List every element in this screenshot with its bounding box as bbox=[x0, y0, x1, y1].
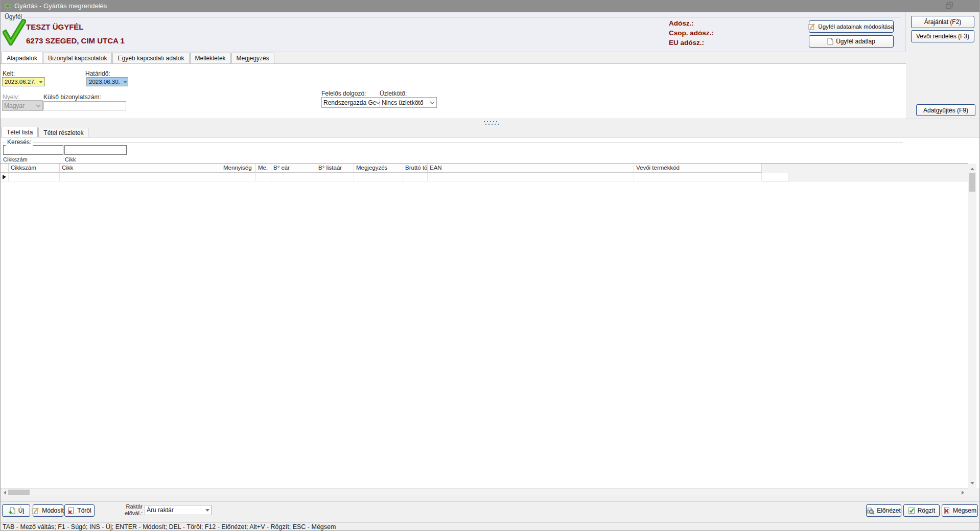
sales-agent-select[interactable]: Nincs üzletkötő bbox=[380, 97, 437, 108]
date-picker[interactable]: 2023.06.27. bbox=[2, 77, 45, 86]
grid-header-megjegyzes[interactable]: Megjegyzés bbox=[354, 164, 403, 173]
cell-brutto-tomeg bbox=[403, 173, 428, 181]
customer-panel: Ügyfél TESZT ÜGYFÉL 6273 SZEGED, CIM UTC… bbox=[1, 12, 906, 52]
right-action-strip bbox=[906, 12, 980, 119]
horizontal-splitter[interactable] bbox=[1, 119, 980, 127]
item-list-area bbox=[1, 137, 980, 488]
quote-button[interactable]: Árajánlat (F2) bbox=[911, 16, 974, 28]
grid-header-vevoi-termekkod[interactable]: Vevői termékkód bbox=[634, 164, 762, 173]
customer-modify-button[interactable]: Ügyfél adatainak módosítása bbox=[809, 20, 894, 33]
responsible-employee-select[interactable]: Rendszergazda Ge bbox=[321, 97, 383, 108]
preview-button-label: Előnézet bbox=[877, 507, 901, 514]
edit-icon bbox=[808, 23, 815, 30]
chevron-down-icon bbox=[430, 101, 435, 104]
scroll-right-icon[interactable] bbox=[959, 489, 967, 497]
sales-agent-label: Üzletkötő: bbox=[380, 90, 407, 97]
vertical-scrollbar-thumb[interactable] bbox=[969, 173, 975, 192]
grid-header-ean[interactable]: EAN bbox=[428, 164, 634, 173]
tab-bizonylat-kapcsolatok[interactable]: Bizonylat kapcsolatok bbox=[43, 53, 112, 63]
cell-filler bbox=[762, 173, 789, 181]
search-group-label: Keresés: bbox=[6, 138, 33, 146]
data-collection-button-label: Adatgyűjtés (F9) bbox=[923, 107, 968, 114]
delete-icon bbox=[67, 507, 75, 514]
horizontal-scrollbar-thumb[interactable] bbox=[8, 490, 30, 495]
customer-check-icon bbox=[3, 19, 26, 48]
cell-me bbox=[256, 173, 271, 181]
customer-datasheet-button[interactable]: Ügyfél adatlap bbox=[809, 35, 894, 48]
grid-header-me[interactable]: Me. bbox=[256, 164, 271, 173]
customer-datasheet-label: Ügyfél adatlap bbox=[836, 38, 875, 45]
grid-header-indicator bbox=[1, 164, 9, 173]
scrollbar-corner bbox=[968, 488, 980, 496]
customer-group-label: Ügyfél bbox=[5, 13, 22, 20]
splitter-grip-icon[interactable] bbox=[484, 121, 485, 122]
restore-window-icon[interactable] bbox=[945, 2, 955, 10]
new-icon bbox=[8, 507, 16, 515]
grid-empty-area bbox=[762, 164, 968, 182]
data-collection-button[interactable]: Adatgyűjtés (F9) bbox=[916, 104, 975, 116]
external-doc-input[interactable] bbox=[43, 101, 126, 110]
sales-agent-value: Nincs üzletkötő bbox=[382, 99, 430, 106]
cell-cikkszam bbox=[9, 173, 60, 181]
tab-egyeb-kapcsolati-adatok[interactable]: Egyéb kapcsolati adatok bbox=[112, 53, 189, 63]
scroll-left-icon[interactable] bbox=[1, 489, 9, 497]
cancel-button-label: Mégsem bbox=[953, 507, 976, 514]
cell-cikk bbox=[60, 173, 221, 181]
cell-ean bbox=[428, 173, 634, 181]
grid-header-cikkszam[interactable]: Cikkszám bbox=[9, 164, 60, 173]
tax-number-label: Adósz.: bbox=[669, 19, 694, 27]
vertical-scrollbar[interactable] bbox=[968, 164, 976, 488]
cancel-icon bbox=[943, 507, 950, 514]
tab-alapadatok[interactable]: Alapadatok bbox=[2, 52, 42, 63]
row-indicator-icon bbox=[3, 175, 6, 179]
application-window: Gyártás - Gyártás megrendelés Ügyfél TES… bbox=[0, 0, 980, 531]
grid-header-brutto-tomeg[interactable]: Bruttó tömeg bbox=[403, 164, 428, 173]
date-label: Kelt: bbox=[3, 70, 15, 77]
language-value: Magyar bbox=[4, 102, 36, 109]
deadline-picker[interactable]: 2023.06.30. bbox=[86, 77, 128, 86]
group-tax-number-label: Csop. adósz.: bbox=[669, 29, 714, 37]
tab-tetel-lista[interactable]: Tétel lista bbox=[2, 127, 38, 137]
preview-icon bbox=[867, 507, 874, 515]
cell-b-listaar bbox=[316, 173, 354, 181]
new-button[interactable]: Új bbox=[2, 504, 30, 517]
grid-empty-row[interactable] bbox=[1, 173, 789, 181]
cell-b-ear bbox=[271, 173, 316, 181]
deadline-label: Határidő: bbox=[85, 70, 110, 77]
save-button[interactable]: Rögzít bbox=[903, 504, 940, 517]
deadline-value: 2023.06.30. bbox=[89, 79, 120, 85]
preview-button[interactable]: Előnézet bbox=[866, 504, 901, 517]
dropdown-arrow-icon bbox=[205, 509, 209, 512]
search-article-label: Cikk bbox=[65, 156, 76, 163]
responsible-employee-value: Rendszergazda Ge bbox=[323, 99, 376, 106]
document-icon bbox=[827, 38, 833, 45]
grid-header-b-listaar[interactable]: B° listaár bbox=[316, 164, 354, 173]
warehouse-preselect-combo[interactable]: Áru raktár bbox=[145, 505, 212, 515]
search-article-number-input[interactable] bbox=[3, 145, 63, 155]
external-doc-label: Külső bizonylatszám: bbox=[43, 94, 101, 101]
grid-header-b-ear[interactable]: B° eár bbox=[271, 164, 316, 173]
status-bar: TAB - Mező váltás; F1 - Súgó; INS - Új; … bbox=[1, 522, 980, 531]
status-bar-text: TAB - Mező váltás; F1 - Súgó; INS - Új; … bbox=[3, 523, 336, 531]
horizontal-scrollbar[interactable] bbox=[1, 488, 968, 496]
customer-order-button-label: Vevői rendelés (F3) bbox=[916, 33, 969, 40]
grid-header-mennyiseg[interactable]: Mennyiség bbox=[221, 164, 256, 173]
customer-order-button[interactable]: Vevői rendelés (F3) bbox=[911, 30, 974, 42]
tab-mellekletek[interactable]: Mellékletek bbox=[190, 53, 231, 63]
item-tabstrip: Tétel lista Tétel részletek bbox=[2, 127, 89, 137]
tab-tetel-reszletek[interactable]: Tétel részletek bbox=[38, 128, 88, 137]
new-button-label: Új bbox=[18, 507, 24, 514]
tab-megjegyzes[interactable]: Megjegyzés bbox=[231, 53, 274, 63]
search-article-input[interactable] bbox=[64, 145, 127, 155]
eu-tax-number-label: EU adósz.: bbox=[669, 39, 704, 47]
delete-button[interactable]: Töröl bbox=[64, 504, 95, 517]
save-icon bbox=[908, 507, 915, 514]
cell-megjegyzes bbox=[354, 173, 403, 181]
dropdown-arrow-icon bbox=[123, 81, 127, 83]
scroll-up-icon[interactable] bbox=[968, 165, 976, 173]
cancel-button[interactable]: Mégsem bbox=[942, 504, 978, 517]
grid-header-cikk[interactable]: Cikk bbox=[60, 164, 221, 173]
modify-button[interactable]: Módosít bbox=[33, 504, 63, 517]
scroll-down-icon[interactable] bbox=[968, 479, 976, 487]
window-title: Gyártás - Gyártás megrendelés bbox=[14, 0, 107, 12]
